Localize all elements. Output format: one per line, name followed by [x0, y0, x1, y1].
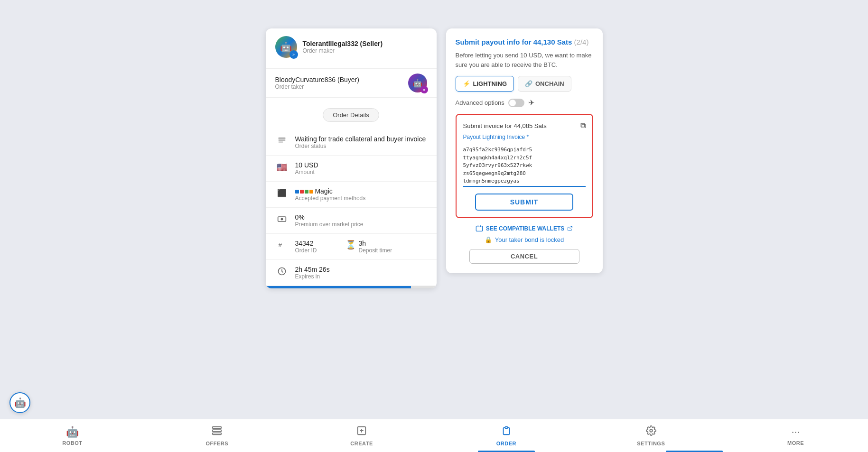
seller-row: 🤖 » TolerantIllegal332 (Seller) Order ma…: [275, 36, 427, 58]
seller-info: TolerantIllegal332 (Seller) Order maker: [303, 40, 383, 54]
lock-icon: 🔒: [485, 236, 492, 243]
progress-bar: [266, 286, 411, 288]
order-id-label: 34342: [295, 240, 317, 247]
order-status-label: Waiting for trade collateral and buyer i…: [295, 135, 426, 143]
payment-method-label: Magic: [295, 187, 366, 195]
amount-info: 10 USD Amount: [295, 161, 318, 175]
progress-bar-container: [266, 286, 437, 288]
payout-title: Submit payout info for 44,130 Sats (2/4): [456, 38, 593, 46]
create-nav-label: CREATE: [350, 441, 373, 446]
payment-method-sublabel: Accepted payment methods: [295, 195, 366, 202]
deposit-timer-sublabel: Deposit timer: [359, 247, 392, 254]
nav-more[interactable]: ··· MORE: [723, 419, 868, 452]
order-id-sublabel: Order ID: [295, 247, 317, 254]
more-nav-icon: ···: [791, 426, 800, 438]
order-card: 🤖 » TolerantIllegal332 (Seller) Order ma…: [266, 28, 437, 288]
deposit-timer-label: 3h: [359, 240, 392, 247]
nav-offers[interactable]: OFFERS: [145, 419, 289, 452]
external-link-icon: [567, 226, 573, 231]
see-wallets-btn[interactable]: SEE COMPATIBLE WALLETS: [456, 225, 593, 232]
order-status-row: Waiting for trade collateral and buyer i…: [266, 129, 437, 156]
payout-card: Submit payout info for 44,130 Sats (2/4)…: [446, 28, 603, 273]
buyer-role: Order taker: [275, 83, 359, 90]
order-status-icon: [275, 136, 289, 146]
buyer-avatar-badge: «: [420, 86, 428, 93]
order-id-item: 34342 Order ID: [295, 240, 317, 254]
order-card-header: 🤖 » TolerantIllegal332 (Seller) Order ma…: [266, 28, 437, 69]
order-status-info: Waiting for trade collateral and buyer i…: [295, 135, 426, 149]
amount-row: 🇺🇸 10 USD Amount: [266, 156, 437, 182]
svg-rect-10: [213, 433, 221, 434]
cancel-button[interactable]: CANCEL: [469, 249, 579, 264]
payment-method-icon: ⬛: [275, 188, 289, 197]
copy-icon[interactable]: ⧉: [580, 121, 586, 130]
svg-rect-7: [476, 226, 482, 231]
premium-info: 0% Premium over market price: [295, 213, 364, 228]
amount-icon: 🇺🇸: [275, 162, 289, 173]
deposit-timer-info: 3h Deposit timer: [359, 240, 392, 254]
offers-nav-label: OFFERS: [205, 441, 228, 446]
payment-tabs: ⚡ LIGHTNING 🔗 ONCHAIN: [456, 76, 593, 92]
order-nav-icon: [501, 425, 512, 439]
amount-sublabel: Amount: [295, 169, 318, 175]
magic-icon: [295, 190, 313, 194]
link-icon: 🔗: [525, 80, 532, 87]
settings-nav-icon: [646, 425, 656, 439]
plane-icon: ✈: [528, 98, 534, 107]
order-id-deposit-row: # 34342 Order ID ⏳ 3h Deposit timer: [266, 234, 437, 260]
more-nav-label: MORE: [787, 440, 804, 446]
premium-sublabel: Premium over market price: [295, 221, 364, 228]
submit-button[interactable]: SUBMIT: [475, 194, 573, 211]
nav-robot[interactable]: 🤖 ROBOT: [0, 419, 145, 452]
seller-name: TolerantIllegal332 (Seller): [303, 40, 383, 47]
invoice-input[interactable]: a7q95fa2kc9396qpjafdr5 ttyagmgkh4a4xql2r…: [463, 144, 586, 187]
payout-subtitle: Before letting you send 10 USD, we want …: [456, 51, 593, 69]
payment-method-row: ⬛ Magic Accepted payment methods: [266, 182, 437, 208]
order-details-button[interactable]: Order Details: [323, 108, 379, 122]
order-nav-label: ORDER: [496, 441, 516, 446]
create-nav-icon: [356, 425, 367, 439]
main-content: 🤖 » TolerantIllegal332 (Seller) Order ma…: [0, 0, 868, 419]
invoice-box: Submit invoice for 44,085 Sats ⧉ Payout …: [456, 114, 593, 218]
nav-create[interactable]: CREATE: [289, 419, 434, 452]
buyer-row: BloodyCurvature836 (Buyer) Order taker 🤖…: [266, 69, 437, 98]
settings-nav-label: SETTINGS: [637, 441, 665, 446]
nav-order[interactable]: ORDER: [434, 419, 579, 452]
svg-point-12: [650, 429, 653, 432]
taker-bond-info: 🔒 Your taker bond is locked: [456, 236, 593, 243]
robot-nav-label: ROBOT: [62, 440, 82, 446]
svg-rect-9: [213, 430, 221, 432]
buyer-name: BloodyCurvature836 (Buyer): [275, 76, 359, 83]
bottom-nav: 🤖 🤖 ROBOT OFFERS CREATE ORDER SETTINGS ·…: [0, 419, 868, 452]
seller-role: Order maker: [303, 47, 383, 54]
buyer-avatar: 🤖 «: [408, 74, 427, 92]
clock-icon: [275, 267, 289, 276]
split-content: 34342 Order ID ⏳ 3h Deposit timer: [295, 240, 427, 254]
invoice-header: Submit invoice for 44,085 Sats ⧉: [463, 121, 586, 130]
svg-rect-1: [278, 140, 285, 141]
lightning-tab[interactable]: ⚡ LIGHTNING: [456, 76, 514, 92]
invoice-header-text: Submit invoice for 44,085 Sats: [463, 122, 547, 129]
expires-sublabel: Expires in: [295, 273, 330, 280]
lightning-icon: ⚡: [463, 80, 470, 87]
svg-rect-0: [278, 138, 285, 138]
payment-method-info: Magic Accepted payment methods: [295, 187, 366, 202]
advanced-options-toggle[interactable]: [508, 99, 524, 107]
amount-label: 10 USD: [295, 161, 318, 169]
premium-icon: [275, 214, 289, 224]
nav-settings[interactable]: SETTINGS: [579, 419, 723, 452]
svg-rect-2: [278, 142, 283, 143]
payout-step: (2/4): [574, 38, 589, 46]
robot-bubble[interactable]: 🤖: [9, 392, 30, 413]
expires-info: 2h 45m 26s Expires in: [295, 266, 330, 280]
onchain-tab[interactable]: 🔗 ONCHAIN: [518, 76, 571, 92]
svg-point-4: [280, 218, 283, 221]
svg-text:#: #: [278, 241, 282, 249]
seller-avatar-badge: »: [289, 50, 298, 59]
order-id-icon: #: [275, 240, 289, 249]
offers-nav-icon: [212, 425, 222, 439]
robot-nav-icon: 🤖: [66, 426, 79, 438]
svg-rect-8: [213, 426, 221, 428]
order-status-sublabel: Order status: [295, 143, 426, 149]
invoice-label: Payout Lightning Invoice *: [463, 134, 586, 140]
